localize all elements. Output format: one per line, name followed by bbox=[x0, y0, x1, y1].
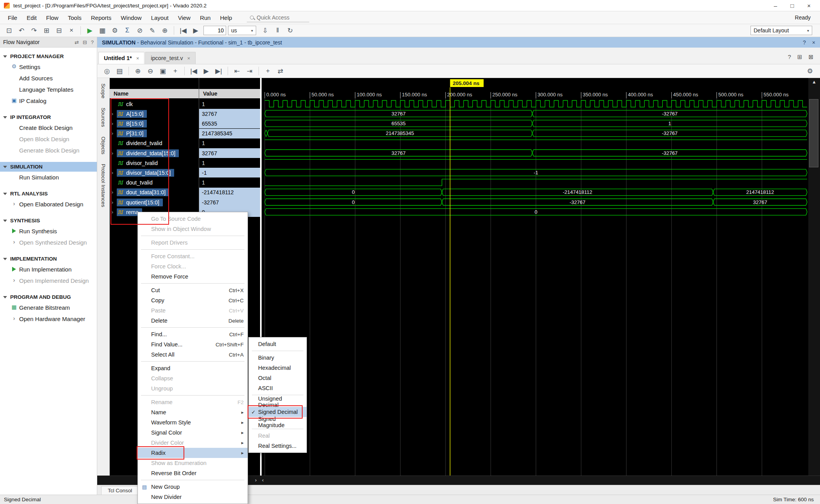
side-tab-scope[interactable]: Scope bbox=[100, 82, 107, 100]
flow-section-synthesis[interactable]: SYNTHESIS bbox=[0, 216, 97, 225]
expand-icon[interactable]: › bbox=[11, 201, 18, 207]
swap-cursors-icon[interactable]: ⇄ bbox=[275, 66, 286, 76]
redo-icon[interactable]: ↷ bbox=[28, 25, 40, 35]
context-item-signal-color[interactable]: Signal Color▸ bbox=[138, 428, 248, 438]
menu-window[interactable]: Window bbox=[116, 12, 146, 23]
zoom-out-icon[interactable]: ⊖ bbox=[144, 66, 156, 76]
context-item-select-all[interactable]: Select AllCtrl+A bbox=[138, 350, 248, 360]
float-icon[interactable]: ⊞ bbox=[797, 53, 802, 60]
context-item-remove-force[interactable]: Remove Force bbox=[138, 272, 248, 282]
value-column-header[interactable]: Value bbox=[199, 89, 260, 98]
flow-item-language-templates[interactable]: Language Templates bbox=[0, 84, 97, 95]
context-item-delete[interactable]: DeleteDelete bbox=[138, 316, 248, 326]
flow-item-run-simulation[interactable]: Run Simulation bbox=[0, 172, 97, 183]
radix-item-hexadecimal[interactable]: Hexadecimal bbox=[249, 363, 307, 373]
minimize-button[interactable]: – bbox=[774, 2, 777, 9]
zoom-fit-icon[interactable]: ▣ bbox=[157, 66, 169, 76]
menu-tools[interactable]: Tools bbox=[63, 12, 86, 23]
signal-name-row-a-15-0[interactable]: ›A[15:0] bbox=[110, 109, 147, 119]
section-collapse-icon[interactable] bbox=[3, 296, 7, 298]
find-icon[interactable]: ◎ bbox=[101, 66, 113, 76]
radix-item-octal[interactable]: Octal bbox=[249, 373, 307, 383]
radix-item-default[interactable]: Default bbox=[249, 339, 307, 349]
section-collapse-icon[interactable] bbox=[3, 116, 7, 119]
scroll-up-icon[interactable]: ▲ bbox=[808, 79, 820, 85]
quick-access-input[interactable] bbox=[257, 14, 299, 21]
signal-name-row-dout-tvalid[interactable]: dout_tvalid bbox=[110, 178, 156, 188]
section-collapse-icon[interactable] bbox=[3, 55, 7, 58]
delete-icon[interactable]: × bbox=[66, 25, 77, 35]
zoom-in-icon[interactable]: ⊕ bbox=[132, 66, 144, 76]
expand-right-icon[interactable]: › bbox=[255, 477, 257, 483]
flow-section-implementation[interactable]: IMPLEMENTATION bbox=[0, 254, 97, 264]
flow-item-generate-bitstream[interactable]: ▦Generate Bitstream bbox=[0, 302, 97, 313]
help-icon[interactable]: ? bbox=[91, 39, 94, 45]
tab-close-icon[interactable]: × bbox=[136, 55, 139, 61]
signal-name-row-divisor-tvalid[interactable]: divisor_tvalid bbox=[110, 158, 161, 168]
context-item-find-value[interactable]: Find Value...Ctrl+Shift+F bbox=[138, 339, 248, 350]
collapse-all-icon[interactable]: ⊟ bbox=[83, 39, 87, 45]
go-to-end-icon[interactable]: ▶| bbox=[213, 66, 225, 76]
tab-tcl-console[interactable]: Tcl Consol bbox=[101, 486, 139, 495]
vertical-scrollbar[interactable]: ▲ bbox=[808, 78, 820, 476]
flow-section-program-and-debug[interactable]: PROGRAM AND DEBUG bbox=[0, 292, 97, 302]
paste-icon[interactable]: ⊟ bbox=[53, 25, 65, 35]
edit-icon[interactable]: ✎ bbox=[146, 25, 158, 35]
probe-icon[interactable]: ⊕ bbox=[159, 25, 171, 35]
run-all-sim-icon[interactable]: ▶ bbox=[200, 66, 212, 76]
section-collapse-icon[interactable] bbox=[3, 220, 7, 222]
close-button[interactable]: × bbox=[807, 2, 811, 9]
flow-item-open-block-design[interactable]: Open Block Design bbox=[0, 133, 97, 145]
menu-help[interactable]: Help bbox=[215, 12, 237, 23]
prev-transition-icon[interactable]: ⇤ bbox=[231, 66, 243, 76]
tab-ipcore-test-v[interactable]: ipcore_test.v× bbox=[145, 52, 196, 64]
context-item-reverse-bit-order[interactable]: Reverse Bit Order bbox=[138, 468, 248, 478]
sum-icon[interactable]: Σ bbox=[121, 25, 133, 35]
step-icon[interactable]: ⇩ bbox=[259, 25, 271, 35]
flow-section-ip-integrator[interactable]: IP INTEGRATOR bbox=[0, 112, 97, 122]
side-tab-sources[interactable]: Sources bbox=[100, 106, 107, 129]
radix-item-real-settings[interactable]: Real Settings... bbox=[249, 441, 307, 451]
context-item-new-divider[interactable]: New Divider bbox=[138, 492, 248, 502]
signal-name-row-dividend-tdata-15-0[interactable]: ›dividend_tdata[15:0] bbox=[110, 148, 179, 158]
layout-select[interactable]: Default Layout ▾ bbox=[750, 26, 812, 35]
go-to-start-icon[interactable]: |◀ bbox=[188, 66, 200, 76]
expand-icon[interactable]: › bbox=[11, 239, 18, 245]
collapse-left-icon[interactable]: ‹ bbox=[262, 477, 264, 483]
flow-item-create-block-design[interactable]: Create Block Design bbox=[0, 122, 97, 133]
context-item-name[interactable]: Name▸ bbox=[138, 407, 248, 417]
menu-file[interactable]: File bbox=[3, 12, 22, 23]
section-collapse-icon[interactable] bbox=[3, 193, 7, 195]
help-icon[interactable]: ? bbox=[788, 53, 791, 60]
signal-name-row-quotient-15-0[interactable]: ›quotient[15:0] bbox=[110, 197, 163, 207]
flow-section-project-manager[interactable]: PROJECT MANAGER bbox=[0, 51, 97, 61]
flow-section-simulation[interactable]: SIMULATION bbox=[0, 162, 97, 172]
radix-item-unsigned-decimal[interactable]: Unsigned Decimal bbox=[249, 397, 307, 407]
flow-item-open-hardware-manager[interactable]: ›Open Hardware Manager bbox=[0, 313, 97, 325]
context-item-copy[interactable]: CopyCtrl+C bbox=[138, 295, 248, 305]
swap-icon[interactable]: ⇄ bbox=[75, 39, 79, 45]
zoom-to-cursor-icon[interactable]: + bbox=[169, 66, 181, 76]
signal-name-row-b-15-0[interactable]: ›B[15:0] bbox=[110, 119, 147, 128]
context-item-new-virtual-bus[interactable]: ≈New Virtual Bus bbox=[138, 502, 248, 504]
next-transition-icon[interactable]: ⇥ bbox=[244, 66, 255, 76]
time-cursor-label[interactable]: 205.004 ns bbox=[450, 79, 484, 87]
pause-icon[interactable]: ‖ bbox=[272, 25, 283, 35]
quick-access-search[interactable] bbox=[247, 13, 309, 22]
waveform-settings-gear-icon[interactable]: ⚙ bbox=[807, 67, 816, 75]
run-all-icon[interactable]: ▶ bbox=[190, 25, 201, 35]
context-item-waveform-style[interactable]: Waveform Style▸ bbox=[138, 417, 248, 428]
signal-name-row-dividend-tvalid[interactable]: dividend_tvalid bbox=[110, 138, 166, 148]
radix-item-signed-magnitude[interactable]: Signed Magnitude bbox=[249, 417, 307, 427]
menu-flow[interactable]: Flow bbox=[41, 12, 63, 23]
section-collapse-icon[interactable] bbox=[3, 258, 7, 260]
side-tab-protocol-instances[interactable]: Protocol Instances bbox=[100, 162, 107, 209]
radix-item-binary[interactable]: Binary bbox=[249, 353, 307, 363]
relaunch-icon[interactable]: ↻ bbox=[284, 25, 296, 35]
maximize-button[interactable]: □ bbox=[790, 2, 794, 9]
radix-item-ascii[interactable]: ASCII bbox=[249, 383, 307, 393]
dashboard-icon[interactable]: ▦ bbox=[96, 25, 108, 35]
tab-close-icon[interactable]: × bbox=[187, 55, 191, 61]
flow-item-settings[interactable]: ⚙Settings bbox=[0, 61, 97, 73]
copy-icon[interactable]: ⊞ bbox=[41, 25, 52, 35]
